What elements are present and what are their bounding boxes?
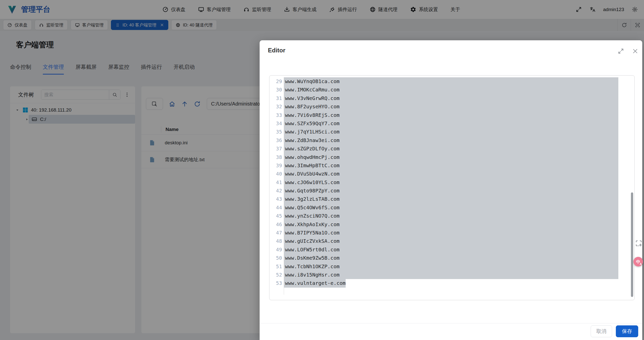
code-line: 30www.IMOKcCaRmu.com (269, 86, 634, 94)
line-text: www.B7IPY5Na1O.com (284, 229, 618, 237)
line-text: www.7Vi6v8REjS.com (284, 111, 618, 119)
code-line: 32www.8F2uyseHYO.com (269, 103, 634, 111)
line-text: www.ohqwdHmcPj.com (284, 153, 618, 161)
code-line: 46www.XkhpAoIxKy.com (269, 220, 634, 229)
line-text: www.DVuSbU4wzN.com (284, 170, 618, 178)
line-text: www.ynZsciNO7Q.com (284, 212, 618, 220)
code-line: 38www.ohqwdHmcPj.com (269, 153, 634, 161)
line-text: www.8F2uyseHYO.com (284, 103, 618, 111)
line-number: 39 (269, 161, 284, 170)
code-line: 33www.7Vi6v8REjS.com (269, 111, 634, 119)
code-line: 35www.j7qY1LHSci.com (269, 128, 634, 136)
line-number: 53 (269, 279, 284, 287)
code-line: 47www.B7IPY5Na1O.com (269, 229, 634, 237)
code-line: 36www.ZdBJnaw3ei.com (269, 136, 634, 145)
screen: 管理平台 仪表盘客户端管理监听管理客户端生成插件运行隧道代理系统设置关于 adm… (0, 0, 644, 340)
capture-icon[interactable] (635, 240, 642, 247)
line-text: www.SZFx59QqY7.com (284, 119, 618, 128)
line-text: www.Gqto98PZpY.com (284, 187, 618, 195)
line-text: www.j7qY1LHSci.com (284, 128, 618, 136)
code-line: 39www.3ImwHpBTtC.com (269, 161, 634, 170)
line-number: 43 (269, 195, 284, 203)
line-number: 47 (269, 229, 284, 237)
editor-scrollbar[interactable] (631, 192, 633, 297)
line-number: 49 (269, 246, 284, 254)
line-number: 34 (269, 119, 284, 128)
line-text: www.i8v15NgHsr.com (284, 271, 618, 279)
translate-floating-button[interactable]: 中 A (633, 257, 643, 266)
code-line: 37www.sZGPzDLfOy.com (269, 145, 634, 153)
line-number: 51 (269, 262, 284, 271)
code-line: 41www.cJO6w10YLS.com (269, 178, 634, 187)
line-text: www.sZGPzDLfOy.com (284, 145, 618, 153)
line-number: 36 (269, 136, 284, 145)
expand-icon[interactable] (618, 48, 624, 54)
line-text: www.vulntarget-e.com (284, 279, 346, 287)
line-number: 31 (269, 94, 284, 103)
line-text: www.cJO6w10YLS.com (284, 178, 618, 187)
line-number: 41 (269, 178, 284, 187)
code-line: 52www.i8v15NgHsr.com (269, 271, 634, 279)
modal-buttons: 取消 保存 (591, 325, 638, 337)
code-line: 43www.3g2lzLsTAB.com (269, 195, 634, 203)
editor-lines: 29www.WuYnqOB1ca.com30www.IMOKcCaRmu.com… (269, 77, 634, 295)
code-line: 31www.V3vNeGrwRQ.com (269, 94, 634, 103)
line-text: www.Q5c4OWv6fS.com (284, 203, 618, 212)
line-number: 50 (269, 254, 284, 262)
line-text: www.WuYnqOB1ca.com (284, 77, 618, 86)
line-number: 29 (269, 77, 284, 86)
line-text: www.3ImwHpBTtC.com (284, 161, 618, 170)
line-number: 32 (269, 103, 284, 111)
line-text: www.V3vNeGrwRQ.com (284, 94, 618, 103)
line-number: 52 (269, 271, 284, 279)
editor-modal: Editor 29www.WuYnqOB1ca.com30www.IMOKcCa… (260, 40, 642, 340)
line-number: 35 (269, 128, 284, 136)
code-line: 51www.TcbNh1OKZP.com (269, 262, 634, 271)
code-line: 45www.ynZsciNO7Q.com (269, 212, 634, 220)
code-line: 29www.WuYnqOB1ca.com (269, 77, 634, 86)
editor-scroll-area: 29www.WuYnqOB1ca.com30www.IMOKcCaRmu.com… (269, 76, 634, 300)
line-text: www.IMOKcCaRmu.com (284, 86, 618, 94)
line-number: 46 (269, 220, 284, 229)
line-text: www.TcbNh1OKZP.com (284, 262, 618, 271)
modal-title: Editor (268, 47, 285, 54)
line-text: www.DsKme9Zw5B.com (284, 254, 618, 262)
translate-badge-sub: A (640, 262, 642, 265)
line-text: www.ZdBJnaw3ei.com (284, 136, 618, 145)
line-number: 44 (269, 203, 284, 212)
code-line: 49www.LOFW5rt0dl.com (269, 246, 634, 254)
line-number: 48 (269, 237, 284, 245)
code-line: 48www.gUIcZVxkSA.com (269, 237, 634, 245)
code-line: 50www.DsKme9Zw5B.com (269, 254, 634, 262)
line-text: www.XkhpAoIxKy.com (284, 220, 618, 229)
line-number: 33 (269, 111, 284, 119)
line-number: 37 (269, 145, 284, 153)
code-line: 44www.Q5c4OWv6fS.com (269, 203, 634, 212)
line-text: www.LOFW5rt0dl.com (284, 246, 618, 254)
line-number: 42 (269, 187, 284, 195)
editor-code-area[interactable]: 29www.WuYnqOB1ca.com30www.IMOKcCaRmu.com… (269, 75, 635, 300)
code-line: 34www.SZFx59QqY7.com (269, 119, 634, 128)
line-number: 38 (269, 153, 284, 161)
line-number: 45 (269, 212, 284, 220)
code-line: 42www.Gqto98PZpY.com (269, 187, 634, 195)
line-number: 30 (269, 86, 284, 94)
line-text: www.gUIcZVxkSA.com (284, 237, 618, 245)
code-line: 53www.vulntarget-e.com (269, 279, 634, 287)
modal-footer-divider (260, 323, 642, 323)
line-text: www.3g2lzLsTAB.com (284, 195, 618, 203)
code-line: 40www.DVuSbU4wzN.com (269, 170, 634, 178)
cancel-button[interactable]: 取消 (591, 325, 612, 337)
close-icon[interactable] (632, 48, 638, 54)
line-number: 40 (269, 170, 284, 178)
save-button[interactable]: 保存 (616, 325, 638, 337)
